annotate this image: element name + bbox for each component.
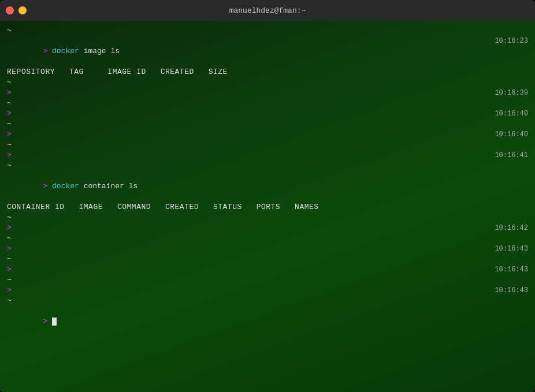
tilde: ~ xyxy=(7,120,12,128)
table-header: CONTAINER ID IMAGE COMMAND CREATED STATU… xyxy=(7,202,488,212)
terminal-line: ~ xyxy=(7,254,528,264)
cursor xyxy=(52,318,57,326)
terminal-line: > docker image ls 10:16:23 xyxy=(7,36,528,67)
prompt-arrow: > xyxy=(7,286,12,294)
terminal-line: > 10:16:43 xyxy=(7,264,528,275)
terminal-line: ~ xyxy=(7,77,528,88)
terminal-line: > 10:16:40 xyxy=(7,129,528,140)
terminal-line: CONTAINER ID IMAGE COMMAND CREATED STATU… xyxy=(7,202,528,212)
titlebar: manuelhdez@fman:~ xyxy=(0,0,535,21)
tilde: ~ xyxy=(7,78,12,87)
tilde: ~ xyxy=(7,296,12,305)
terminal-line: > 10:16:43 xyxy=(7,285,528,296)
close-button[interactable] xyxy=(6,6,14,14)
terminal-line: ~ xyxy=(7,98,528,109)
terminal-body[interactable]: ~ > docker image ls 10:16:23 REPOSITORY … xyxy=(0,21,535,392)
prompt-arrow: > xyxy=(43,47,52,55)
terminal-line: ~ xyxy=(7,233,528,244)
terminal-line: REPOSITORY TAG IMAGE ID CREATED SIZE xyxy=(7,67,528,77)
tilde: ~ xyxy=(7,99,12,107)
terminal-line: > 10:16:39 xyxy=(7,88,528,98)
tilde: ~ xyxy=(7,255,12,263)
terminal-window: manuelhdez@fman:~ ~ > docker image ls 10… xyxy=(0,0,535,392)
prompt-arrow: > xyxy=(7,151,12,159)
terminal-line: ~ xyxy=(7,275,528,285)
timestamp: 10:16:40 xyxy=(488,109,528,119)
tilde: ~ xyxy=(7,275,12,284)
cmd-args: container ls xyxy=(79,182,138,191)
tilde: ~ xyxy=(7,213,12,222)
terminal-line: ~ xyxy=(7,25,528,36)
window-title: manuelhdez@fman:~ xyxy=(229,6,306,15)
prompt-arrow: > xyxy=(7,109,12,118)
timestamp: 10:16:40 xyxy=(488,129,528,140)
prompt-arrow: > xyxy=(43,182,52,191)
cmd-args: image ls xyxy=(79,47,120,55)
minimize-button[interactable] xyxy=(18,6,27,14)
terminal-line: ~ xyxy=(7,119,528,129)
prompt-arrow: > xyxy=(7,130,12,139)
timestamp: 10:16:41 xyxy=(488,150,528,160)
tilde: ~ xyxy=(7,140,12,149)
timestamp: 10:16:39 xyxy=(488,88,528,98)
cmd-keyword: docker xyxy=(52,182,79,191)
terminal-line: ~ xyxy=(7,212,528,223)
timestamp: 10:16:43 xyxy=(488,264,528,275)
window-controls xyxy=(6,6,27,14)
timestamp: 10:16:23 xyxy=(488,36,528,46)
tilde: ~ xyxy=(7,161,12,170)
table-header: REPOSITORY TAG IMAGE ID CREATED SIZE xyxy=(7,67,488,77)
cmd-keyword: docker xyxy=(52,47,79,55)
terminal-line: > 10:16:41 xyxy=(7,150,528,160)
active-prompt-line[interactable]: > xyxy=(7,306,528,337)
timestamp: 10:16:42 xyxy=(488,223,528,233)
timestamp: 10:16:43 xyxy=(488,244,528,254)
tilde: ~ xyxy=(7,234,12,242)
prompt-arrow: > xyxy=(7,88,12,97)
terminal-line: > 10:16:40 xyxy=(7,109,528,119)
timestamp: 10:16:43 xyxy=(488,285,528,296)
terminal-line: > docker container ls xyxy=(7,171,528,202)
prompt-arrow: > xyxy=(7,223,12,232)
terminal-line: ~ xyxy=(7,160,528,171)
terminal-line: ~ xyxy=(7,296,528,306)
terminal-line: ~ xyxy=(7,140,528,150)
terminal-line: > 10:16:42 xyxy=(7,223,528,233)
prompt-arrow: > xyxy=(7,244,12,253)
prompt-arrow: > xyxy=(43,317,52,326)
terminal-line: > 10:16:43 xyxy=(7,244,528,254)
tilde: ~ xyxy=(7,26,12,35)
prompt-arrow: > xyxy=(7,265,12,274)
